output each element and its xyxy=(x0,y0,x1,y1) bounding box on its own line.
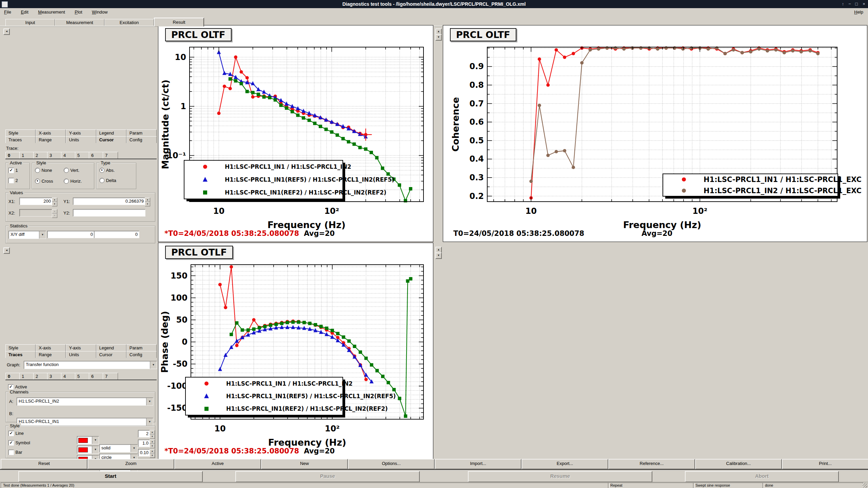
window-maximize-button[interactable]: □ xyxy=(853,0,860,8)
pane-down-button-bottom[interactable]: ▼ xyxy=(435,252,442,259)
tab-measurement[interactable]: Measurement xyxy=(55,19,104,26)
bot-trace-tab-6[interactable]: 6 xyxy=(89,373,104,380)
statistics-mode-select[interactable]: X/Y diff ▼ xyxy=(8,231,46,239)
menu-edit[interactable]: Edit xyxy=(17,8,32,17)
bot-tab-cursor[interactable]: Cursor xyxy=(96,351,126,358)
tab-excitation[interactable]: Excitation xyxy=(104,19,154,26)
channel-b-select[interactable]: H1:LSC-PRCL1_IN1 ▼ xyxy=(17,418,153,426)
radio-vert[interactable] xyxy=(64,168,69,173)
reference-button[interactable]: Reference... xyxy=(608,459,695,469)
print-button[interactable]: Print... xyxy=(782,459,868,469)
bot-tab-traces[interactable]: Traces xyxy=(5,351,36,358)
top-tab-y-axis[interactable]: Y-axis xyxy=(66,129,96,136)
zoom-button[interactable]: Zoom xyxy=(87,459,174,469)
bot-trace-tab-4[interactable]: 4 xyxy=(61,373,76,380)
active-1-checkbox[interactable]: ✓ xyxy=(8,168,14,173)
top-tab-legend[interactable]: Legend xyxy=(96,129,126,136)
trace-tab-4[interactable]: 4 xyxy=(61,152,76,159)
trace-tab-5[interactable]: 5 xyxy=(75,152,90,159)
menu-window[interactable]: Window xyxy=(88,8,112,17)
radio-none[interactable] xyxy=(35,168,40,173)
coherence-chart[interactable]: 1010²0.20.30.40.50.60.70.80.9Frequency (… xyxy=(443,25,867,242)
collapse-left-bottom-button[interactable]: ◄ xyxy=(3,247,10,254)
line-width-field[interactable]: 2 xyxy=(138,430,150,438)
radio-horiz[interactable] xyxy=(64,179,69,184)
bot-tab-config[interactable]: Config xyxy=(126,351,157,358)
active-button[interactable]: Active xyxy=(174,459,261,469)
radio-cross[interactable]: ● xyxy=(35,179,40,184)
top-tab-style[interactable]: Style xyxy=(5,129,36,136)
bar-width-field[interactable]: 0.10 xyxy=(138,449,150,456)
trace-tab-6[interactable]: 6 xyxy=(89,152,104,159)
symbol-size-spinner[interactable]: ▲▼ xyxy=(150,440,155,448)
resize-grip-icon[interactable] xyxy=(863,483,867,488)
trace-tab-3[interactable]: 3 xyxy=(47,152,62,159)
reset-button[interactable]: Reset xyxy=(1,459,87,469)
top-tab-range[interactable]: Range xyxy=(36,136,66,143)
y1-field[interactable]: 0.266379 xyxy=(73,198,145,205)
bot-trace-tab-1[interactable]: 1 xyxy=(19,373,35,380)
magnitude-chart[interactable]: 1010²10110⁻¹Frequency (Hz)Magnitude (ct/… xyxy=(158,25,433,242)
dropdown-arrow-icon[interactable]: ▼ xyxy=(150,361,157,369)
menu-measurement[interactable]: Measurement xyxy=(34,8,69,17)
bot-trace-tab-7[interactable]: 7 xyxy=(103,373,118,380)
channel-a-select[interactable]: H1:LSC-PRCL1_IN2 ▼ xyxy=(17,398,153,406)
y1-spinner[interactable]: ▲▼ xyxy=(145,198,150,206)
active-2-checkbox[interactable] xyxy=(8,178,14,183)
phase-chart[interactable]: 1010²-150-100-50050100150Frequency (Hz)P… xyxy=(158,243,433,459)
top-tab-x-axis[interactable]: X-axis xyxy=(36,129,66,136)
options-button[interactable]: Options... xyxy=(348,459,435,469)
bot-tab-legend[interactable]: Legend xyxy=(96,344,126,351)
line-checkbox[interactable]: ✓ xyxy=(8,431,14,436)
tab-result[interactable]: Result xyxy=(154,18,204,26)
new-button[interactable]: New xyxy=(261,459,348,469)
dropdown-arrow-icon[interactable]: ▼ xyxy=(146,398,153,405)
top-tab-units[interactable]: Units xyxy=(66,136,96,143)
bot-trace-tab-0[interactable]: 0 xyxy=(5,373,21,380)
start-button[interactable]: Start xyxy=(18,471,203,482)
top-tab-param[interactable]: Param xyxy=(126,129,157,136)
bot-tab-units[interactable]: Units xyxy=(66,351,96,358)
trace-tab-0[interactable]: 0 xyxy=(5,152,21,159)
x1-spinner[interactable]: ▲▼ xyxy=(52,198,57,206)
bar-width-spinner[interactable]: ▲▼ xyxy=(150,449,155,458)
dropdown-arrow-icon[interactable]: ▼ xyxy=(146,418,153,426)
bar-checkbox[interactable] xyxy=(8,450,14,455)
export-button[interactable]: Export... xyxy=(521,459,608,469)
import-button[interactable]: Import... xyxy=(435,459,521,469)
dropdown-arrow-icon[interactable]: ▼ xyxy=(39,231,46,239)
window-shade-button[interactable]: ↑ xyxy=(840,0,846,8)
bot-trace-tab-5[interactable]: 5 xyxy=(75,373,90,380)
bot-trace-tab-3[interactable]: 3 xyxy=(47,373,62,380)
radio-abs[interactable]: ● xyxy=(99,168,104,173)
line-width-spinner[interactable]: ▲▼ xyxy=(150,430,155,439)
trace-tab-1[interactable]: 1 xyxy=(19,152,35,159)
tab-input[interactable]: Input xyxy=(5,19,55,26)
radio-delta[interactable] xyxy=(99,178,104,183)
x1-field[interactable]: 200 xyxy=(19,198,53,205)
menu-plot[interactable]: Plot xyxy=(71,8,86,17)
graph-select[interactable]: Transfer function ▼ xyxy=(24,361,157,369)
window-close-button[interactable]: × xyxy=(861,0,867,8)
collapse-left-top-button[interactable]: ◄ xyxy=(3,28,10,35)
top-tab-config[interactable]: Config xyxy=(126,136,157,143)
menu-file[interactable]: File xyxy=(0,8,15,17)
pane-down-button-top[interactable]: ▼ xyxy=(435,34,442,41)
y2-field[interactable] xyxy=(73,209,145,217)
bot-tab-style[interactable]: Style xyxy=(5,344,36,351)
trace-active-checkbox[interactable]: ✓ xyxy=(8,384,14,390)
bot-tab-y-axis[interactable]: Y-axis xyxy=(66,344,96,351)
window-minimize-button[interactable]: − xyxy=(846,0,853,8)
top-tab-traces[interactable]: Traces xyxy=(5,136,36,143)
bot-tab-x-axis[interactable]: X-axis xyxy=(36,344,66,351)
symbol-size-field[interactable]: 1.0 xyxy=(138,440,150,447)
trace-tab-2[interactable]: 2 xyxy=(33,152,48,159)
menu-help[interactable]: Help xyxy=(850,8,868,15)
symbol-checkbox[interactable]: ✓ xyxy=(8,440,14,446)
calibration-button[interactable]: Calibration... xyxy=(695,459,782,469)
trace-tab-7[interactable]: 7 xyxy=(103,152,118,159)
bot-tab-range[interactable]: Range xyxy=(36,351,66,358)
bot-tab-param[interactable]: Param xyxy=(126,344,157,351)
bot-trace-tab-2[interactable]: 2 xyxy=(33,373,48,380)
top-tab-cursor[interactable]: Cursor xyxy=(96,136,126,143)
